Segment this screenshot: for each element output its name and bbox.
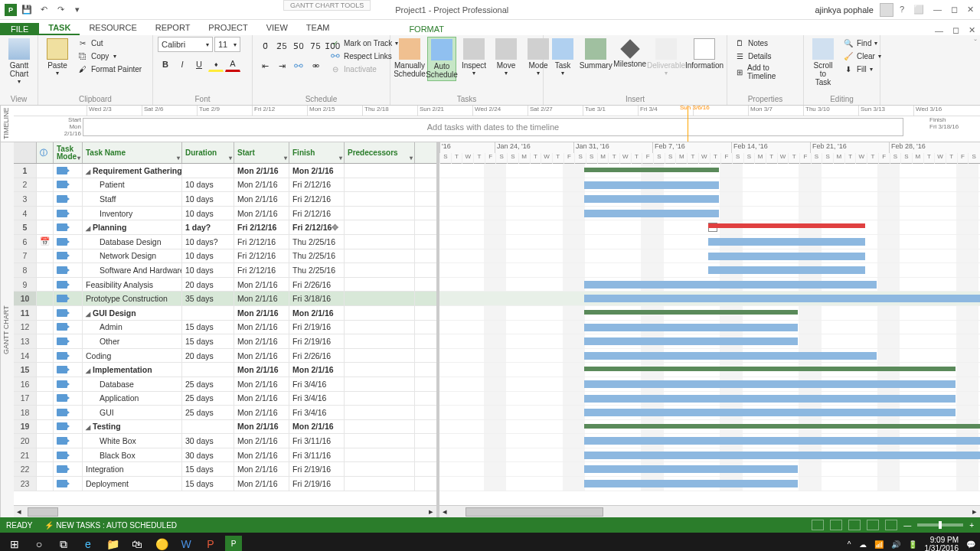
row-mode[interactable] [54, 263, 83, 277]
row-predecessors[interactable] [345, 434, 415, 448]
row-start[interactable]: Mon 2/1/16 [234, 420, 289, 434]
row-mode[interactable] [54, 235, 83, 249]
row-finish[interactable]: Mon 2/1/16 [289, 306, 345, 320]
gantt-bar[interactable] [708, 266, 866, 274]
row-duration[interactable]: 10 days [182, 207, 234, 220]
table-row[interactable]: 7 Network Design 10 days Fri 2/12/16 Thu… [14, 249, 436, 264]
edge-icon[interactable]: e [78, 534, 98, 551]
row-duration[interactable]: 10 days [182, 249, 234, 263]
gantt-bar[interactable] [584, 281, 877, 289]
row-name[interactable]: Other [83, 334, 182, 348]
summary-button[interactable]: Summary [580, 37, 612, 71]
row-predecessors[interactable] [345, 377, 415, 391]
row-id[interactable]: 13 [14, 334, 37, 348]
row-predecessors[interactable] [345, 363, 415, 377]
child-restore-icon[interactable]: ◻ [948, 25, 964, 35]
table-row[interactable]: 16 Database 25 days Mon 2/1/16 Fri 3/4/1… [14, 377, 436, 392]
row-mode[interactable] [54, 249, 83, 263]
row-mode[interactable] [54, 392, 83, 406]
gantt-bar[interactable] [584, 324, 798, 331]
file-tab[interactable]: FILE [0, 23, 39, 35]
maximize-icon[interactable]: ◻ [951, 5, 958, 15]
inactivate-button[interactable]: ⊖Inactivate [328, 63, 400, 75]
row-finish[interactable]: Mon 2/1/16 [289, 164, 345, 178]
row-predecessors[interactable] [345, 178, 415, 192]
underline-button[interactable]: U [191, 57, 207, 72]
row-predecessors[interactable] [345, 249, 415, 263]
view-calendar-icon[interactable] [867, 520, 879, 530]
gantt-bar[interactable] [584, 181, 719, 189]
row-id[interactable]: 19 [14, 420, 37, 434]
row-name[interactable]: ◢GUI Design [83, 306, 182, 320]
row-duration[interactable] [182, 306, 234, 320]
row-mode[interactable] [54, 220, 83, 234]
row-name[interactable]: ◢Implementation [83, 363, 182, 377]
gantt-bar[interactable] [584, 210, 719, 217]
row-start[interactable]: Mon 2/1/16 [234, 164, 289, 178]
row-mode[interactable] [54, 306, 83, 320]
row-finish[interactable]: Mon 2/1/16 [289, 420, 345, 434]
notifications-icon[interactable]: 💬 [966, 540, 975, 549]
gantt-row[interactable] [439, 164, 980, 178]
collapse-ribbon-icon[interactable]: ˇ [974, 38, 977, 47]
gantt-row[interactable] [439, 278, 980, 292]
row-id[interactable]: 2 [14, 178, 37, 192]
row-mode[interactable] [54, 178, 83, 192]
table-row[interactable]: 10 Prototype Construction 35 days Mon 2/… [14, 292, 436, 306]
collapse-icon[interactable]: ◢ [86, 225, 90, 232]
table-row[interactable]: 12 Admin 15 days Mon 2/1/16 Fri 2/19/16 [14, 321, 436, 335]
cut-button[interactable]: Cut [75, 37, 144, 49]
row-mode[interactable] [54, 363, 83, 377]
row-id[interactable]: 10 [14, 292, 37, 305]
row-mode[interactable] [54, 448, 83, 462]
gantt-bar[interactable] [584, 465, 798, 473]
tab-team[interactable]: TEAM [297, 21, 339, 35]
row-start[interactable]: Mon 2/1/16 [234, 292, 289, 305]
row-id[interactable]: 22 [14, 462, 37, 476]
row-finish[interactable]: Fri 2/12/16 ✥ [289, 220, 345, 234]
row-start[interactable]: Mon 2/1/16 [234, 406, 289, 419]
gantt-row[interactable] [439, 263, 980, 278]
row-id[interactable]: 11 [14, 306, 37, 320]
gantt-bar[interactable] [584, 168, 719, 172]
add-timeline-button[interactable]: ⊞Add to Timeline [732, 63, 799, 81]
row-mode[interactable] [54, 349, 83, 363]
milestone-button[interactable]: Milestone [615, 37, 646, 70]
word-icon[interactable]: W [176, 534, 196, 551]
row-name[interactable]: Prototype Construction [83, 292, 182, 305]
gantt-timescale[interactable]: STWTFSSMTWTFSSMTWTFSSMTWTFSSMTWTFSSMTWTF… [439, 142, 980, 164]
row-mode[interactable] [54, 462, 83, 476]
row-start[interactable]: Mon 2/1/16 [234, 349, 289, 363]
user-name[interactable]: ajinkya pophale [815, 5, 873, 15]
taskview-icon[interactable]: ⧉ [54, 534, 74, 551]
gantt-bar[interactable] [584, 480, 798, 487]
row-predecessors[interactable] [345, 477, 415, 491]
zoom-slider[interactable] [917, 523, 963, 527]
unlink-button[interactable]: ⚮ [308, 58, 323, 73]
row-name[interactable]: GUI [83, 406, 182, 419]
row-finish[interactable]: Fri 3/4/16 [289, 377, 345, 391]
table-row[interactable]: 23 Deployment 15 days Mon 2/1/16 Fri 2/1… [14, 477, 436, 491]
gantt-bar[interactable] [708, 253, 866, 260]
row-mode[interactable] [54, 207, 83, 220]
row-start[interactable]: Fri 2/12/16 [234, 263, 289, 277]
ribbon-options-icon[interactable]: ⬜ [913, 5, 924, 15]
qat-dropdown-icon[interactable]: ▾ [70, 3, 84, 17]
table-row[interactable]: 8 Software And Hardware 10 days Fri 2/12… [14, 263, 436, 278]
row-id[interactable]: 4 [14, 207, 37, 220]
tab-task[interactable]: TASK [39, 21, 80, 35]
indent-button[interactable]: ⇥ [274, 58, 289, 73]
gantt-row[interactable] [439, 235, 980, 249]
row-predecessors[interactable] [345, 192, 415, 206]
font-name-combo[interactable]: Calibri▾ [158, 37, 213, 52]
row-finish[interactable]: Fri 3/11/16 [289, 448, 345, 462]
row-finish[interactable]: Fri 2/12/16 [289, 192, 345, 206]
gantt-row[interactable] [439, 477, 980, 491]
row-predecessors[interactable] [345, 448, 415, 462]
paste-button[interactable]: Paste ▾ [43, 37, 72, 78]
gantt-row[interactable] [439, 448, 980, 463]
row-mode[interactable] [54, 477, 83, 491]
row-duration[interactable]: 20 days [182, 278, 234, 292]
battery-icon[interactable]: 🔋 [908, 540, 917, 549]
col-task-name[interactable]: Task Name▾ [83, 142, 182, 163]
